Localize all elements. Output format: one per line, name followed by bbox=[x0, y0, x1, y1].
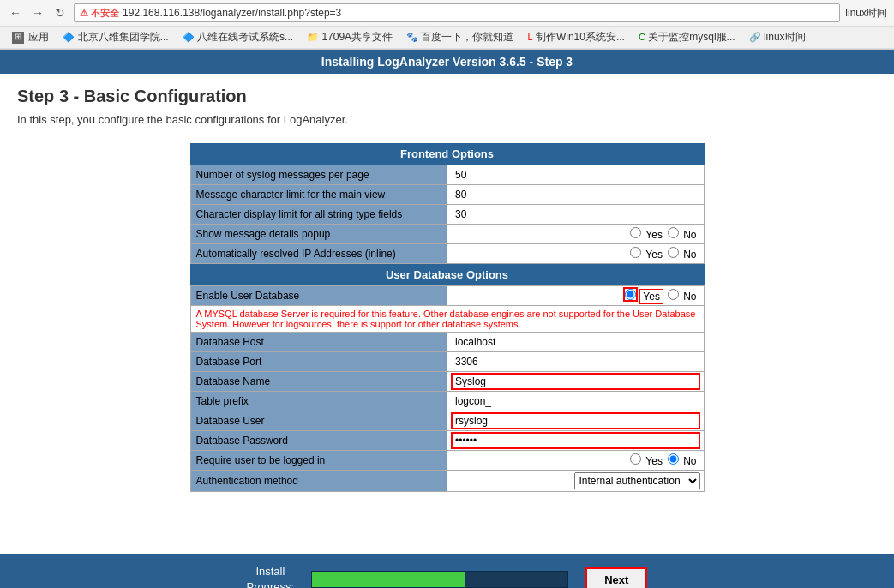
bookmark-6[interactable]: C 关于监控mysql服... bbox=[633, 28, 741, 46]
db-port-input[interactable] bbox=[453, 355, 699, 369]
bookmark-5[interactable]: L 制作Win10系统安... bbox=[522, 28, 629, 46]
table-prefix-label: Table prefix bbox=[190, 392, 447, 411]
db-password-label: Database Password bbox=[190, 431, 447, 451]
require-login-no-radio[interactable] bbox=[668, 453, 679, 465]
enable-user-db-label: Enable User Database bbox=[190, 286, 447, 306]
form-container: Frontend Options Number of syslog messag… bbox=[190, 143, 705, 492]
field-value-syslog-per-page[interactable] bbox=[447, 165, 705, 185]
table-row: Database Host bbox=[190, 333, 704, 352]
security-warning: ⚠ 不安全 bbox=[80, 7, 119, 20]
reload-button[interactable]: ↻ bbox=[51, 4, 69, 21]
forward-button[interactable]: → bbox=[29, 4, 46, 21]
table-prefix-value[interactable] bbox=[447, 392, 705, 411]
show-popup-yes-label[interactable]: Yes bbox=[630, 228, 664, 241]
bookmark-apps[interactable]: ⊞ 应用 bbox=[7, 28, 54, 46]
user-db-options-table: Enable User Database Yes No A MYSQL data… bbox=[190, 285, 705, 492]
show-popup-yes-radio[interactable] bbox=[630, 227, 641, 238]
db-port-label: Database Port bbox=[190, 352, 447, 372]
user-db-options-header: User Database Options bbox=[190, 264, 705, 285]
db-host-input[interactable] bbox=[453, 335, 699, 349]
table-row: Message character limit for the main vie… bbox=[190, 185, 704, 205]
progress-bar-fill bbox=[312, 572, 465, 587]
table-row: Database Port bbox=[190, 352, 704, 372]
frontend-options-table: Number of syslog messages per page Messa… bbox=[190, 165, 705, 264]
db-user-value[interactable] bbox=[447, 411, 705, 431]
field-label-char-display: Character display limit for all string t… bbox=[190, 205, 447, 225]
table-row: Automatically resolved IP Addresses (inl… bbox=[190, 244, 704, 264]
field-value-resolve-ip: Yes No bbox=[447, 244, 705, 264]
table-row: Database Password bbox=[190, 431, 704, 451]
bookmark-4[interactable]: 🐾 百度一下，你就知道 bbox=[401, 28, 519, 46]
table-row: Require user to be logged in Yes No bbox=[190, 451, 704, 471]
show-popup-no-radio[interactable] bbox=[668, 227, 679, 238]
enable-user-db-no-radio[interactable] bbox=[668, 289, 679, 300]
auth-method-select[interactable]: Internal authentication External authent… bbox=[574, 472, 700, 489]
page-title-bar: Installing LogAnalyzer Version 3.6.5 - S… bbox=[0, 50, 894, 74]
footer-bar: Install Progress: Next bbox=[0, 554, 894, 588]
next-button[interactable]: Next bbox=[585, 567, 647, 589]
resolve-ip-no-radio[interactable] bbox=[668, 247, 679, 258]
field-label-resolve-ip: Automatically resolved IP Addresses (inl… bbox=[190, 244, 447, 264]
db-name-value[interactable] bbox=[447, 372, 705, 392]
resolve-ip-yes-label[interactable]: Yes bbox=[630, 248, 664, 261]
require-login-label: Require user to be logged in bbox=[190, 451, 447, 471]
warning-row: A MYSQL database Server is required for … bbox=[190, 306, 704, 333]
install-progress-label: Install Progress: bbox=[247, 564, 295, 588]
msg-char-limit-input[interactable] bbox=[453, 188, 699, 201]
resolve-ip-no-label[interactable]: No bbox=[668, 248, 699, 261]
db-user-label: Database User bbox=[190, 411, 447, 431]
show-popup-no-label[interactable]: No bbox=[668, 228, 699, 241]
enable-user-db-value: Yes No bbox=[447, 286, 705, 306]
db-port-value[interactable] bbox=[447, 352, 705, 372]
require-login-yes-radio[interactable] bbox=[630, 453, 641, 465]
field-value-msg-char-limit[interactable] bbox=[447, 185, 705, 205]
table-row: Authentication method Internal authentic… bbox=[190, 471, 704, 492]
field-label-msg-char-limit: Message character limit for the main vie… bbox=[190, 185, 447, 205]
auth-method-label: Authentication method bbox=[190, 471, 447, 492]
main-content: Step 3 - Basic Configuration In this ste… bbox=[0, 74, 894, 554]
bookmark-1[interactable]: 🔷 北京八维集团学院... bbox=[57, 28, 173, 46]
db-host-label: Database Host bbox=[190, 333, 447, 352]
table-row: Show message details popup Yes No bbox=[190, 225, 704, 244]
bookmark-7[interactable]: 🔗 linux时间 bbox=[744, 28, 811, 46]
frontend-options-header: Frontend Options bbox=[190, 143, 705, 165]
db-password-value[interactable] bbox=[447, 431, 705, 451]
step-description: In this step, you configure the basic co… bbox=[17, 113, 877, 126]
progress-bar-container bbox=[311, 571, 568, 588]
step-title: Step 3 - Basic Configuration bbox=[17, 87, 877, 106]
linux-time-bookmark: linux时间 bbox=[845, 6, 887, 21]
table-row: Table prefix bbox=[190, 392, 704, 411]
require-login-yes-label[interactable]: Yes bbox=[630, 454, 664, 467]
require-login-value: Yes No bbox=[447, 451, 705, 471]
enable-user-db-no-label[interactable]: No bbox=[668, 290, 699, 303]
table-row: Character display limit for all string t… bbox=[190, 205, 704, 225]
mysql-warning-text: A MYSQL database Server is required for … bbox=[190, 306, 704, 333]
db-user-input[interactable] bbox=[453, 414, 699, 428]
enable-user-db-yes-radio[interactable] bbox=[625, 289, 636, 300]
back-button[interactable]: ← bbox=[7, 4, 24, 21]
table-row: Number of syslog messages per page bbox=[190, 165, 704, 185]
field-value-show-popup: Yes No bbox=[447, 225, 705, 244]
bookmark-3[interactable]: 📁 1709A共享文件 bbox=[302, 28, 398, 46]
db-password-input[interactable] bbox=[453, 434, 699, 447]
table-row: Enable User Database Yes No bbox=[190, 286, 704, 306]
db-name-label: Database Name bbox=[190, 372, 447, 392]
table-prefix-input[interactable] bbox=[453, 394, 699, 408]
field-label-show-popup: Show message details popup bbox=[190, 225, 447, 244]
resolve-ip-yes-radio[interactable] bbox=[630, 247, 641, 258]
db-host-value[interactable] bbox=[447, 333, 705, 352]
bookmark-2[interactable]: 🔷 八维在线考试系统s... bbox=[177, 28, 298, 46]
syslog-per-page-input[interactable] bbox=[453, 168, 699, 182]
address-bar[interactable]: ⚠ 不安全 192.168.116.138/loganalyzer/instal… bbox=[74, 3, 840, 22]
table-row: Database User bbox=[190, 411, 704, 431]
auth-method-value[interactable]: Internal authentication External authent… bbox=[447, 471, 705, 492]
field-value-char-display[interactable] bbox=[447, 205, 705, 225]
char-display-input[interactable] bbox=[453, 207, 699, 221]
table-row: Database Name bbox=[190, 372, 704, 392]
enable-user-db-yes-label[interactable]: Yes bbox=[625, 290, 668, 303]
url-text: 192.168.116.138/loganalyzer/install.php?… bbox=[123, 7, 341, 19]
require-login-no-label[interactable]: No bbox=[668, 454, 699, 467]
field-label-syslog-per-page: Number of syslog messages per page bbox=[190, 165, 447, 185]
db-name-input[interactable] bbox=[453, 375, 699, 388]
